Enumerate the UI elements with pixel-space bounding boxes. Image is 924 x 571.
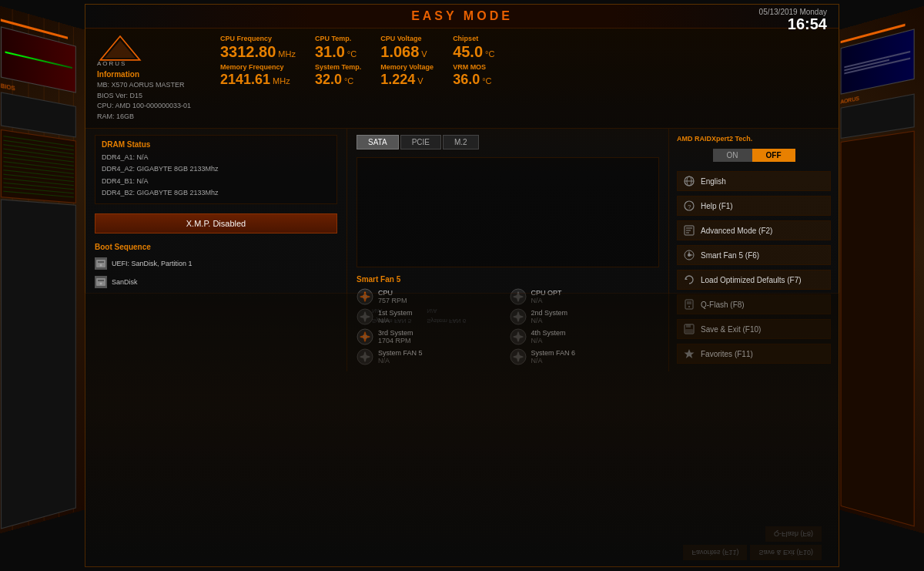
- menu-item-smartfan[interactable]: Smart Fan 5 (F6): [677, 245, 831, 265]
- smartfan-title: Smart Fan 5: [357, 275, 659, 284]
- boot-title: Boot Sequence: [95, 243, 337, 251]
- fan-icon-sys2: [510, 308, 527, 325]
- cpu-temp-unit: °C: [347, 49, 357, 59]
- mem-volt-value: 1.224: [380, 72, 415, 88]
- cpu-volt-value: 1.068: [380, 43, 419, 60]
- left-panel: DRAM Status DDR4_A1: N/A DDR4_A2: GIGABY…: [85, 129, 347, 371]
- svg-rect-4: [98, 261, 104, 263]
- fan-rpm-sys2: N/A: [531, 317, 568, 324]
- cpu-freq-label: CPU Frequency: [220, 35, 296, 42]
- fan-name-sys6: System FAN 6: [531, 349, 576, 357]
- fan-info-cpuopt: CPU OPT N/A: [531, 289, 562, 304]
- raid-toggle-on[interactable]: ON: [713, 149, 752, 162]
- svg-point-5: [100, 264, 102, 267]
- fan-rpm-sys6: N/A: [531, 357, 576, 364]
- info-bar: AORUS AORUS Information MB: X570 AORUS M…: [85, 29, 839, 129]
- svg-rect-38: [687, 301, 691, 304]
- info-cpu: CPU: AMD 100-000000033-01: [97, 101, 191, 112]
- info-label: Information: [97, 70, 191, 79]
- boot-icon-0: [95, 257, 107, 270]
- menu-label-english: English: [701, 177, 726, 186]
- voltage-group: CPU Voltage 1.068 V Memory Voltage 1.224…: [380, 35, 434, 122]
- fan-icon-sys6: [510, 348, 527, 365]
- menu-item-defaults[interactable]: Load Optimized Defaults (F7): [677, 270, 831, 290]
- center-panel: SATA PCIE M.2 Smart Fan 5: [347, 129, 669, 371]
- fan-item-sys2: 2nd System N/A: [510, 308, 660, 325]
- logo-section: AORUS AORUS Information MB: X570 AORUS M…: [97, 35, 205, 122]
- dram-title: DRAM Status: [102, 140, 330, 149]
- raid-toggle-off[interactable]: OFF: [752, 149, 795, 162]
- menu-label-favorites: Favorites (F11): [701, 350, 753, 358]
- fan-icon-sys5: [357, 348, 373, 365]
- sys-temp-label: System Temp.: [315, 63, 361, 71]
- info-ram: RAM: 16GB: [97, 112, 191, 123]
- help-icon: ?: [684, 200, 695, 211]
- fan-info-sys4: 4th System N/A: [531, 329, 566, 344]
- advanced-icon: [684, 225, 695, 236]
- fan-name-sys5: System FAN 5: [378, 349, 423, 357]
- fan-rpm-sys4: N/A: [531, 337, 566, 344]
- aorus-logo-icon: AORUS: [97, 35, 143, 62]
- tab-pcie[interactable]: PCIE: [400, 135, 441, 149]
- vrm-value: 36.0: [453, 72, 480, 88]
- menu-label-smartfan: Smart Fan 5 (F6): [701, 251, 759, 260]
- menu-item-favorites[interactable]: Favorites (F11): [677, 344, 831, 364]
- fan-item-sys5: System FAN 5 N/A: [357, 348, 507, 365]
- boot-item-0[interactable]: UEFI: SanDisk, Partition 1: [95, 254, 337, 273]
- refresh-icon: [684, 274, 695, 285]
- storage-tabs: SATA PCIE M.2: [357, 135, 659, 149]
- menu-item-help[interactable]: ? Help (F1): [677, 196, 831, 216]
- tab-sata[interactable]: SATA: [357, 135, 399, 149]
- svg-point-8: [100, 283, 102, 285]
- cpu-volt-label: CPU Voltage: [380, 35, 434, 42]
- menu-item-advanced[interactable]: Advanced Mode (F2): [677, 220, 831, 240]
- fan-name-sys4: 4th System: [531, 329, 566, 337]
- menu-item-qflash[interactable]: Q-Flash (F8): [677, 294, 831, 314]
- vrm-unit: °C: [482, 76, 491, 86]
- mem-volt-label: Memory Voltage: [380, 63, 434, 71]
- fan-item-sys6: System FAN 6 N/A: [510, 348, 660, 365]
- fan-info-sys1: 1st System N/A: [378, 309, 413, 324]
- right-panel: AMD RAIDXpert2 Tech. ON OFF English ? He…: [669, 129, 839, 371]
- cpu-freq-value: 3312.80: [220, 43, 276, 60]
- boot-label-1: SanDisk: [112, 278, 138, 286]
- tab-m2[interactable]: M.2: [443, 135, 479, 149]
- fan-icon-cpuopt: [510, 288, 527, 305]
- sys-temp-unit: °C: [344, 76, 353, 86]
- svg-rect-41: [686, 324, 691, 327]
- menu-label-advanced: Advanced Mode (F2): [701, 227, 772, 235]
- fan-grid: CPU 757 RPM: [357, 288, 659, 365]
- fan-item-cpuopt: CPU OPT N/A: [510, 288, 660, 305]
- side-panel-left: BIOS: [0, 5, 89, 535]
- star-icon: [684, 348, 695, 359]
- boot-label-0: UEFI: SanDisk, Partition 1: [112, 260, 192, 267]
- fan-menu-icon: [684, 250, 695, 260]
- chipset-value: 45.0: [453, 43, 483, 60]
- fan-info-sys5: System FAN 5 N/A: [378, 349, 423, 364]
- cpu-freq-unit: MHz: [278, 49, 296, 59]
- lower-content: DRAM Status DDR4_A1: N/A DDR4_A2: GIGABY…: [85, 129, 839, 371]
- sys-temp-value: 32.0: [315, 72, 342, 88]
- chipset-unit: °C: [485, 49, 494, 59]
- xmp-button[interactable]: X.M.P. Disabled: [95, 213, 337, 233]
- fan-item-sys4: 4th System N/A: [510, 328, 660, 345]
- fan-item-sys3: 3rd System 1704 RPM: [357, 328, 507, 345]
- vrm-label: VRM MOS: [453, 63, 486, 71]
- fan-name-sys1: 1st System: [378, 309, 413, 317]
- dram-status: DRAM Status DDR4_A1: N/A DDR4_A2: GIGABY…: [95, 135, 337, 204]
- fan-info-cpu: CPU 757 RPM: [378, 289, 407, 304]
- fan-icon-sys1: [357, 308, 373, 325]
- fan-icon-cpu: [357, 288, 373, 305]
- menu-label-help: Help (F1): [701, 202, 733, 210]
- menu-item-save[interactable]: Save & Exit (F10): [677, 319, 831, 339]
- svg-rect-42: [685, 329, 693, 333]
- menu-item-english[interactable]: English: [677, 171, 831, 191]
- dram-slot-0: DDR4_A1: N/A: [102, 152, 330, 163]
- mem-freq-label: Memory Frequency: [220, 63, 296, 71]
- smartfan-section: Smart Fan 5 CPU: [357, 275, 659, 365]
- boot-item-1[interactable]: SanDisk: [95, 273, 337, 291]
- globe-icon: [684, 176, 695, 186]
- svg-marker-43: [685, 349, 695, 358]
- storage-content: [357, 157, 659, 267]
- info-mb: MB: X570 AORUS MASTER: [97, 80, 191, 91]
